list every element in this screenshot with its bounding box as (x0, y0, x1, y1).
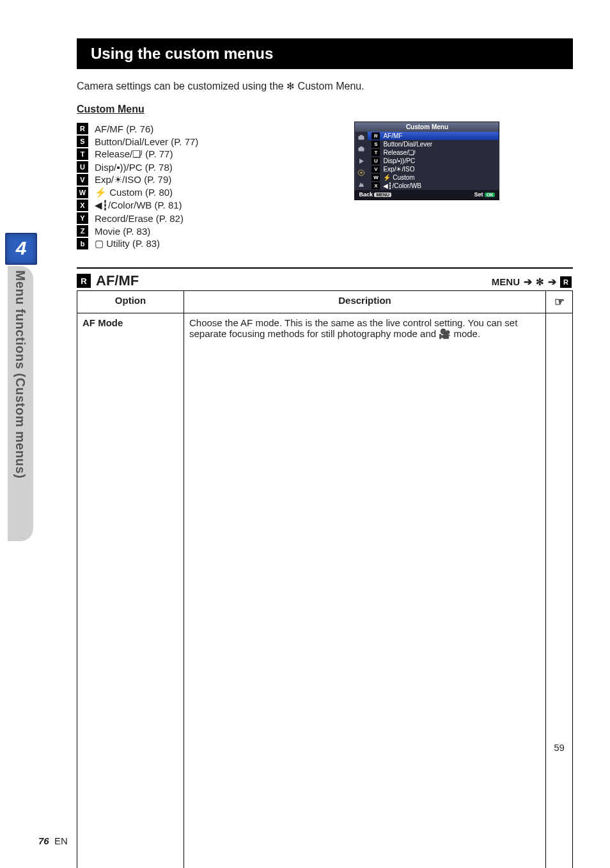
badge-icon: Y (77, 212, 88, 224)
mini-badge-icon: V (371, 166, 380, 173)
cell-option: AF Mode (77, 313, 184, 869)
cell-page: 59 (546, 313, 573, 869)
list-item-text: ◀┇/Color/WB (P. 81) (95, 200, 182, 211)
badge-icon: U (77, 161, 88, 173)
mini-badge-icon: T (371, 149, 380, 156)
mini-row-label: Release/❏ᴶ (383, 149, 415, 156)
mini-row: SButton/Dial/Lever (368, 140, 499, 148)
mini-badge-icon: X (371, 182, 380, 189)
list-item: SButton/Dial/Lever (P. 77) (77, 136, 332, 147)
mini-row: X◀┇/Color/WB (368, 182, 499, 190)
mini-badge-icon: R (371, 132, 380, 139)
list-item-text: Button/Dial/Lever (P. 77) (95, 136, 198, 147)
setup-icon (355, 178, 368, 190)
th-option: Option (77, 291, 184, 313)
list-item: ZMovie (P. 83) (77, 225, 332, 237)
gear-icon (355, 167, 368, 178)
mini-row: RAF/MF (368, 132, 499, 140)
mini-row: W⚡ Custom (368, 173, 499, 182)
mini-row-label: Exp/☀/ISO (383, 166, 414, 173)
mini-back-label: Back (359, 191, 373, 198)
arrow-icon: ➔ (548, 276, 556, 288)
mini-badge-icon: S (371, 141, 380, 148)
list-item: X◀┇/Color/WB (P. 81) (77, 200, 332, 211)
badge-icon: X (77, 200, 88, 211)
list-item-text: Disp/▪))/PC (P. 78) (95, 162, 173, 173)
gear-icon: ✻ (286, 81, 295, 91)
section-header: R AF/MF MENU ➔ ✻ ➔ R (77, 267, 573, 291)
section-title: AF/MF (96, 272, 139, 289)
list-item-text: ▢ Utility (P. 83) (95, 238, 160, 249)
menu-button-icon: MENU (374, 193, 391, 197)
list-item-text: Record/Erase (P. 82) (95, 213, 184, 224)
intro-pre: Camera settings can be customized using … (77, 81, 286, 91)
list-item: YRecord/Erase (P. 82) (77, 212, 332, 224)
badge-icon: T (77, 148, 88, 160)
mini-side-tabs (355, 132, 368, 190)
page-title-bar: Using the custom menus (77, 38, 573, 69)
list-item-text: Release/❏ᴶ (P. 77) (95, 148, 173, 160)
badge-icon: S (77, 136, 88, 147)
badge-icon: R (77, 123, 88, 134)
mini-set-label: Set (474, 191, 483, 198)
mini-badge-icon: W (371, 174, 380, 181)
list-item: W⚡ Custom (P. 80) (77, 187, 332, 198)
crumb-menu: MENU (492, 276, 520, 287)
mini-row: TRelease/❏ᴶ (368, 148, 499, 157)
ok-button-icon: OK (485, 193, 496, 197)
badge-icon: W (77, 187, 88, 198)
hand-icon: ☞ (554, 296, 565, 308)
svg-rect-3 (360, 146, 363, 148)
list-item-text: AF/MF (P. 76) (95, 123, 153, 134)
arrow-icon: ➔ (524, 276, 532, 288)
page-number: 76 (38, 835, 49, 846)
options-table: Option Description ☞ AF ModeChoose the A… (77, 290, 573, 868)
cell-description: Choose the AF mode. This is the same as … (184, 313, 546, 869)
mini-row-label: ⚡ Custom (383, 174, 414, 181)
list-item-text: ⚡ Custom (P. 80) (95, 187, 173, 198)
camera-menu-screenshot: Custom Menu RAF/MFSButton/Dial/LeverTRel… (354, 122, 499, 200)
mini-row: VExp/☀/ISO (368, 165, 499, 173)
mini-row: UDisp/▪))/PC (368, 157, 499, 165)
th-description: Description (184, 291, 546, 313)
badge-icon: V (77, 174, 88, 185)
list-item: TRelease/❏ᴶ (P. 77) (77, 148, 332, 160)
list-item: VExp/☀/ISO (P. 79) (77, 174, 332, 185)
svg-point-5 (361, 171, 363, 173)
page-lang: EN (54, 835, 68, 846)
list-item-text: Exp/☀/ISO (P. 79) (95, 174, 171, 185)
mini-rows: RAF/MFSButton/Dial/LeverTRelease/❏ᴶUDisp… (368, 132, 499, 190)
mini-badge-icon: U (371, 157, 380, 164)
list-item-text: Movie (P. 83) (95, 226, 150, 237)
badge-icon: b (77, 238, 88, 249)
svg-rect-0 (359, 136, 364, 140)
table-header-row: Option Description ☞ (77, 291, 573, 313)
th-page: ☞ (546, 291, 573, 313)
svg-rect-1 (360, 135, 363, 136)
list-item: b▢ Utility (P. 83) (77, 238, 332, 249)
mini-title: Custom Menu (355, 122, 499, 132)
side-tab-label: Menu functions (Custom menus) (13, 271, 27, 546)
badge-icon: Z (77, 225, 88, 237)
shoot1-icon (355, 132, 368, 143)
mini-row-label: AF/MF (383, 132, 402, 139)
side-tab: Menu functions (Custom menus) (8, 266, 33, 541)
intro-paragraph: Camera settings can be customized using … (77, 81, 573, 92)
crumb-gear-icon: ✻ (536, 276, 544, 288)
table-row: AF ModeChoose the AF mode. This is the s… (77, 313, 573, 869)
page-footer: 76 EN (38, 835, 68, 846)
chapter-badge: 4 (5, 233, 37, 265)
breadcrumb: MENU ➔ ✻ ➔ R (492, 276, 572, 289)
svg-marker-4 (359, 159, 364, 164)
mini-row-label: Button/Dial/Lever (383, 141, 432, 148)
custom-menu-list: RAF/MF (P. 76)SButton/Dial/Lever (P. 77)… (77, 123, 332, 249)
section-badge-icon: R (77, 274, 91, 288)
list-item: RAF/MF (P. 76) (77, 123, 332, 134)
list-item: UDisp/▪))/PC (P. 78) (77, 161, 332, 173)
svg-rect-2 (359, 148, 364, 152)
mini-row-label: ◀┇/Color/WB (383, 182, 421, 189)
shoot2-icon (355, 143, 368, 155)
playback-icon (355, 155, 368, 166)
mini-row-label: Disp/▪))/PC (383, 157, 415, 164)
custom-menu-heading: Custom Menu (77, 104, 573, 115)
